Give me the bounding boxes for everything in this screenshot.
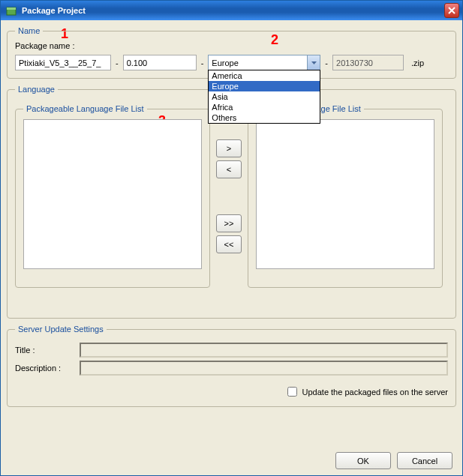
svg-rect-1: [7, 7, 16, 10]
window-title: Package Project: [22, 6, 444, 15]
region-selected-value: Europe: [212, 58, 238, 67]
name-group: Name Package name : - - Europe: [7, 26, 456, 79]
add-button[interactable]: >: [216, 139, 242, 157]
package-name-label: Package name :: [15, 41, 75, 50]
title-label: Title :: [15, 346, 75, 355]
date-field: [332, 55, 404, 70]
region-option-africa[interactable]: Africa: [209, 102, 320, 112]
region-option-europe[interactable]: Europe: [209, 81, 320, 91]
language-legend: Language: [15, 85, 58, 94]
add-all-button[interactable]: >>: [216, 214, 242, 232]
description-label: Description :: [15, 364, 75, 373]
region-option-america[interactable]: America: [209, 70, 320, 81]
extension-label: .zip: [411, 58, 424, 67]
description-field: [80, 361, 448, 376]
packageable-legend: Packageable Language File List: [23, 104, 147, 113]
separator: -: [114, 58, 120, 67]
separator: -: [323, 58, 329, 67]
name-legend: Name: [15, 26, 43, 35]
title-field: [80, 343, 448, 358]
region-select[interactable]: Europe: [208, 55, 320, 70]
package-icon: [5, 4, 17, 16]
separator: -: [200, 58, 206, 67]
selected-list-group: Selected Language File List: [248, 104, 443, 288]
region-dropdown: America Europe Asia Africa Others: [208, 70, 320, 124]
close-icon: [448, 7, 455, 14]
packageable-list-group: Packageable Language File List: [15, 104, 210, 288]
server-legend: Server Update Settings: [15, 325, 107, 334]
remove-button[interactable]: <: [216, 160, 242, 178]
chevron-down-icon: [307, 55, 320, 70]
titlebar[interactable]: Package Project: [1, 1, 462, 20]
update-server-label: Update the packaged files on the server: [302, 388, 448, 397]
package-project-dialog: Package Project 1 2 3 Name Package name …: [0, 0, 463, 476]
package-name-field[interactable]: [15, 55, 111, 70]
version-field[interactable]: [123, 55, 197, 70]
region-option-asia[interactable]: Asia: [209, 91, 320, 102]
ok-button[interactable]: OK: [335, 452, 391, 469]
selected-listbox[interactable]: [256, 119, 434, 269]
remove-all-button[interactable]: <<: [216, 235, 242, 253]
cancel-button[interactable]: Cancel: [397, 452, 452, 469]
region-option-others[interactable]: Others: [209, 112, 320, 123]
packageable-listbox[interactable]: [23, 119, 202, 269]
close-button[interactable]: [444, 3, 459, 18]
update-server-checkbox[interactable]: [287, 387, 297, 397]
server-settings-group: Server Update Settings Title : Descripti…: [7, 325, 456, 407]
